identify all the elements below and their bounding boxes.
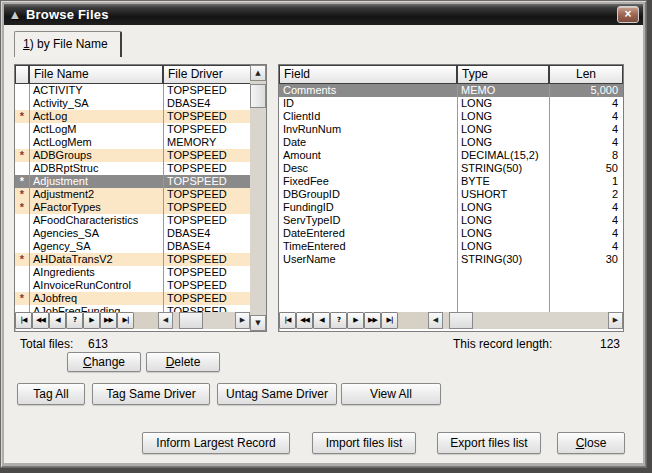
file-name-cell: Adjustment xyxy=(29,175,163,188)
field-row[interactable]: DBGroupIDUSHORT2 xyxy=(279,188,623,201)
vcr-nav-button-icon[interactable]: ? xyxy=(330,312,347,329)
file-driver-cell: TOPSPEED xyxy=(163,84,250,97)
vcr-nav-button-icon[interactable]: ▶▶ xyxy=(364,312,381,329)
field-type-cell: LONG xyxy=(457,123,549,136)
vcr-nav-button-icon[interactable]: ◀◀ xyxy=(32,312,49,329)
vcr-nav-button-icon[interactable]: ◀◀ xyxy=(296,312,313,329)
vcr-nav-button-icon[interactable]: ▶▶ xyxy=(100,312,117,329)
file-row[interactable]: *AJobfreqTOPSPEED xyxy=(15,292,250,305)
field-row[interactable]: ClientIdLONG4 xyxy=(279,110,623,123)
file-name-cell: Agencies_SA xyxy=(29,227,163,240)
export-files-list-button[interactable]: Export files list xyxy=(437,432,541,454)
file-list-vscrollbar[interactable]: ▲ ▼ xyxy=(250,65,266,331)
close-button[interactable]: Close xyxy=(557,432,625,454)
column-header-file-name[interactable]: File Name xyxy=(29,65,163,84)
file-row[interactable]: AJobFreqFundingTOPSPEED xyxy=(15,305,250,312)
file-row[interactable]: *ActLogTOPSPEED xyxy=(15,110,250,123)
close-window-button[interactable]: × xyxy=(617,6,639,23)
vcr-nav-button-icon[interactable]: ▶| xyxy=(117,312,134,329)
screen: ▲ Browse Files × 1) by File Name File Na… xyxy=(0,0,652,473)
field-row[interactable]: FixedFeeBYTE1 xyxy=(279,175,623,188)
field-row[interactable]: AmountDECIMAL(15,2)8 xyxy=(279,149,623,162)
file-driver-cell: TOPSPEED xyxy=(163,305,250,312)
tag-marker xyxy=(15,162,29,175)
field-row[interactable]: IDLONG4 xyxy=(279,97,623,110)
inform-largest-record-button[interactable]: Inform Largest Record xyxy=(142,432,290,454)
field-row[interactable]: InvRunNumLONG4 xyxy=(279,123,623,136)
file-name-cell: ACTIVITY xyxy=(29,84,163,97)
scroll-left-icon[interactable]: ◀ xyxy=(428,312,443,329)
field-row[interactable]: TimeEnteredLONG4 xyxy=(279,240,623,253)
app-triangle-icon: ▲ xyxy=(4,4,26,25)
file-row[interactable]: Agencies_SADBASE4 xyxy=(15,227,250,240)
field-name-cell: FixedFee xyxy=(279,175,457,188)
vcr-nav-button-icon[interactable]: ◀ xyxy=(49,312,66,329)
vcr-nav-button-icon[interactable]: |◀ xyxy=(279,312,296,329)
column-header-len[interactable]: Len xyxy=(549,65,623,84)
file-row[interactable]: ActLogMemMEMORY xyxy=(15,136,250,149)
scroll-right-icon[interactable]: ▶ xyxy=(608,312,623,329)
vcr-nav-button-icon[interactable]: ▶| xyxy=(381,312,398,329)
vcr-nav-button-icon[interactable]: ▶ xyxy=(347,312,364,329)
button-label: Untag Same Driver xyxy=(226,387,328,401)
delete-button[interactable]: Delete xyxy=(146,352,220,372)
vcr-nav-button-icon[interactable]: ? xyxy=(66,312,83,329)
title-bar[interactable]: ▲ Browse Files × xyxy=(4,4,643,25)
change-button[interactable]: Change xyxy=(67,352,141,372)
column-header-marker[interactable] xyxy=(15,65,29,84)
field-row[interactable]: FundingIDLONG4 xyxy=(279,201,623,214)
field-row[interactable]: DateLONG4 xyxy=(279,136,623,149)
file-row[interactable]: AIngredientsTOPSPEED xyxy=(15,266,250,279)
file-name-cell: AJobfreq xyxy=(29,292,163,305)
hscroll-thumb[interactable] xyxy=(449,312,473,329)
tag-marker: * xyxy=(15,253,29,266)
file-row[interactable]: *Adjustment2TOPSPEED xyxy=(15,188,250,201)
file-row[interactable]: *AHDataTransV2TOPSPEED xyxy=(15,253,250,266)
vcr-nav-button-icon[interactable]: |◀ xyxy=(15,312,32,329)
file-row[interactable]: ActLogMTOPSPEED xyxy=(15,123,250,136)
view-all-button[interactable]: View All xyxy=(341,383,441,405)
file-driver-cell: DBASE4 xyxy=(163,240,250,253)
file-row[interactable]: AFoodCharacteristicsTOPSPEED xyxy=(15,214,250,227)
button-label: Inform Largest Record xyxy=(156,436,275,450)
vcr-nav-button-icon[interactable]: ▶ xyxy=(83,312,100,329)
field-len-cell: 4 xyxy=(549,227,623,240)
file-row[interactable]: ADBRptStrucTOPSPEED xyxy=(15,162,250,175)
field-row[interactable]: DescSTRING(50)50 xyxy=(279,162,623,175)
file-row[interactable]: Activity_SADBASE4 xyxy=(15,97,250,110)
file-row[interactable]: *AdjustmentTOPSPEED xyxy=(15,175,250,188)
tag-marker xyxy=(15,227,29,240)
field-row[interactable]: ServTypeIDLONG4 xyxy=(279,214,623,227)
field-row[interactable]: DateEnteredLONG4 xyxy=(279,227,623,240)
file-row[interactable]: *ADBGroupsTOPSPEED xyxy=(15,149,250,162)
column-header-field[interactable]: Field xyxy=(279,65,457,84)
column-header-type[interactable]: Type xyxy=(457,65,549,84)
scroll-right-icon[interactable]: ▶ xyxy=(235,312,250,329)
field-row[interactable]: CommentsMEMO5,000 xyxy=(279,84,623,97)
vcr-nav-button-icon[interactable]: ◀ xyxy=(313,312,330,329)
column-header-file-driver[interactable]: File Driver xyxy=(163,65,252,84)
file-row[interactable]: *AFactorTypesTOPSPEED xyxy=(15,201,250,214)
field-type-cell: MEMO xyxy=(457,84,549,97)
vscroll-thumb[interactable] xyxy=(250,84,266,108)
field-row[interactable]: UserNameSTRING(30)30 xyxy=(279,253,623,266)
field-list-hscrollbar[interactable]: ◀ ▶ xyxy=(428,312,623,329)
file-row[interactable]: ACTIVITYTOPSPEED xyxy=(15,84,250,97)
import-files-list-button[interactable]: Import files list xyxy=(312,432,416,454)
scroll-down-icon[interactable]: ▼ xyxy=(250,315,266,331)
tag-same-driver-button[interactable]: Tag Same Driver xyxy=(92,383,210,405)
column-divider xyxy=(163,84,164,312)
hscroll-thumb[interactable] xyxy=(179,312,203,329)
scroll-up-icon[interactable]: ▲ xyxy=(250,65,266,81)
file-list-hscrollbar[interactable]: ◀ ▶ xyxy=(158,312,250,329)
tag-all-button[interactable]: Tag All xyxy=(17,383,85,405)
file-row[interactable]: AInvoiceRunControlTOPSPEED xyxy=(15,279,250,292)
scroll-left-icon[interactable]: ◀ xyxy=(158,312,173,329)
file-list-navrow: |◀◀◀◀?▶▶▶▶| ◀ ▶ xyxy=(15,312,250,331)
file-name-cell: ActLogMem xyxy=(29,136,163,149)
total-files-value: 613 xyxy=(88,337,108,351)
file-row[interactable]: Agency_SADBASE4 xyxy=(15,240,250,253)
tab-by-file-name[interactable]: 1) by File Name xyxy=(14,31,122,57)
untag-same-driver-button[interactable]: Untag Same Driver xyxy=(217,383,337,405)
field-type-cell: STRING(30) xyxy=(457,253,549,266)
